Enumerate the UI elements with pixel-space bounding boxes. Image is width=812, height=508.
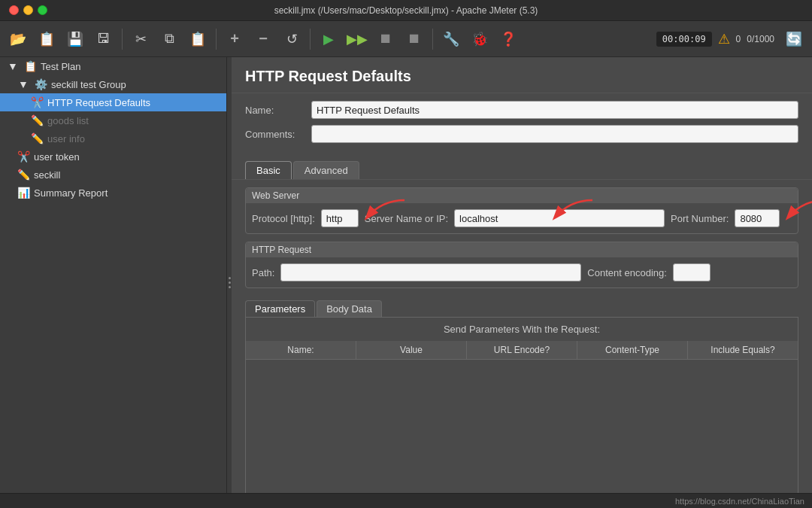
timer-display: 00:00:09 (656, 32, 712, 47)
sidebar-item-http-defaults[interactable]: ✂️ HTTP Request Defaults (0, 93, 226, 111)
copy-button[interactable]: ⧉ (156, 26, 183, 53)
col-name: Name: (246, 341, 356, 359)
param-table: Send Parameters With the Request: Name: … (245, 317, 798, 508)
sidebar-item-user-token[interactable]: ✂️ user token (0, 148, 226, 166)
cut-button[interactable]: ✂ (127, 26, 154, 53)
path-input[interactable] (280, 263, 581, 281)
goods-list-icon: ✏️ (30, 114, 44, 126)
web-server-body: Protocol [http]: Server Name or IP: Port… (246, 203, 798, 233)
param-tabs: Parameters Body Data (232, 296, 812, 317)
resize-dot-3 (229, 286, 231, 288)
shutdown-button[interactable]: ⏹ (401, 26, 428, 53)
server-label: Server Name or IP: (365, 213, 448, 224)
save-as-button[interactable]: 🖫 (90, 26, 117, 53)
http-defaults-icon: ✂️ (30, 96, 44, 108)
separator-3 (310, 29, 311, 50)
test-plan-label: Test Plan (41, 61, 220, 72)
seckill-group-icon: ⚙️ (34, 78, 47, 90)
protocol-input[interactable] (321, 209, 359, 227)
log-errors-button[interactable]: 🐞 (466, 26, 493, 53)
server-input[interactable] (454, 209, 665, 227)
user-info-label: user info (47, 133, 220, 144)
toolbar-right: 00:00:09 ⚠ 0 0/1000 🔄 (656, 26, 807, 53)
http-request-section: HTTP Request Path: Content encoding: (245, 242, 798, 288)
minimize-button[interactable] (23, 5, 33, 15)
name-row: Name: (245, 101, 798, 119)
start-button[interactable]: ▶ (315, 26, 342, 53)
content-area: HTTP Request Defaults Name: Comments: Ba… (232, 57, 812, 508)
table-body (246, 360, 798, 508)
encoding-input[interactable] (673, 263, 710, 281)
sidebar-item-seckill[interactable]: ✏️ seckill (0, 166, 226, 184)
sidebar-item-goods-list[interactable]: ✏️ goods list (0, 111, 226, 129)
sidebar-item-test-plan[interactable]: ▼ 📋 Test Plan (0, 57, 226, 75)
toolbar: 📂 📋 💾 🖫 ✂ ⧉ 📋 + − ↺ ▶ ▶▶ ⏹ ⏹ 🔧 🐞 ❓ 00:00… (0, 21, 812, 57)
name-input[interactable] (311, 101, 798, 119)
encoding-label: Content encoding: (587, 267, 667, 278)
open-button[interactable]: 📂 (5, 26, 32, 53)
user-token-label: user token (34, 151, 220, 163)
separator-2 (216, 29, 217, 50)
save-button[interactable]: 💾 (62, 26, 89, 53)
content-header: HTTP Request Defaults (232, 57, 812, 93)
user-info-icon: ✏️ (30, 132, 44, 144)
counter-display: 0/1000 (747, 34, 774, 44)
web-server-title: Web Server (246, 188, 798, 203)
comments-label: Comments: (245, 129, 305, 140)
main-layout: ▼ 📋 Test Plan ▼ ⚙️ seckill test Group ✂️… (0, 57, 812, 508)
title-bar: seckill.jmx (/Users/mac/Desktop/seckill.… (0, 0, 812, 21)
col-content-type: Content-Type (577, 341, 688, 359)
stop-button[interactable]: ⏹ (372, 26, 399, 53)
add-element-button[interactable]: + (221, 26, 248, 53)
remove-button[interactable]: − (250, 26, 277, 53)
tab-basic[interactable]: Basic (245, 161, 292, 179)
table-header: Name: Value URL Encode? Content-Type Inc… (246, 341, 798, 360)
tabs-bar: Basic Advanced (232, 157, 812, 180)
refresh-button[interactable]: 🔄 (780, 26, 807, 53)
maximize-button[interactable] (38, 5, 47, 15)
user-token-icon: ✂️ (17, 151, 30, 163)
sidebar-item-seckill-group[interactable]: ▼ ⚙️ seckill test Group (0, 75, 226, 93)
warning-count: 0 (736, 34, 741, 44)
tab-body-data[interactable]: Body Data (317, 300, 382, 317)
col-include-equals: Include Equals? (688, 341, 798, 359)
paste-button[interactable]: 📋 (184, 26, 211, 53)
http-request-title: HTTP Request (246, 242, 798, 257)
comments-row: Comments: (245, 125, 798, 143)
resize-dot-2 (229, 281, 231, 284)
undo-button[interactable]: ↺ (278, 26, 305, 53)
col-url-encode: URL Encode? (467, 341, 577, 359)
tab-parameters[interactable]: Parameters (245, 300, 315, 317)
name-label: Name: (245, 105, 305, 116)
content-title: HTTP Request Defaults (245, 68, 411, 84)
separator-4 (432, 29, 433, 50)
start-no-pause-button[interactable]: ▶▶ (344, 26, 371, 53)
http-defaults-label: HTTP Request Defaults (47, 97, 220, 108)
sidebar: ▼ 📋 Test Plan ▼ ⚙️ seckill test Group ✂️… (0, 57, 227, 508)
close-button[interactable] (9, 5, 19, 15)
comments-input[interactable] (311, 125, 798, 143)
status-url: https://blog.csdn.net/ChinaLiaoTian (675, 497, 804, 506)
help-button[interactable]: ❓ (495, 26, 522, 53)
col-value: Value (356, 341, 467, 359)
seckill-icon: ✏️ (17, 169, 30, 181)
sidebar-item-user-info[interactable]: ✏️ user info (0, 129, 226, 148)
goods-list-label: goods list (47, 115, 220, 126)
resize-dot-1 (229, 277, 231, 279)
tab-advanced[interactable]: Advanced (293, 161, 359, 179)
window-controls (9, 5, 47, 15)
seckill-group-expand-icon: ▼ (17, 78, 30, 90)
test-plan-folder-icon: 📋 (23, 60, 37, 72)
port-input[interactable] (735, 209, 780, 227)
warning-icon: ⚠ (718, 31, 730, 47)
templates-button[interactable]: 📋 (33, 26, 60, 53)
summary-report-label: Summary Report (34, 187, 220, 199)
separator-1 (122, 29, 123, 50)
properties-button[interactable]: 🔧 (438, 26, 465, 53)
summary-report-icon: 📊 (17, 187, 30, 199)
sidebar-item-summary-report[interactable]: 📊 Summary Report (0, 184, 226, 202)
window-title: seckill.jmx (/Users/mac/Desktop/seckill.… (274, 5, 538, 16)
form-section: Name: Comments: (232, 93, 812, 157)
port-label: Port Number: (671, 213, 729, 224)
protocol-label: Protocol [http]: (252, 213, 315, 224)
